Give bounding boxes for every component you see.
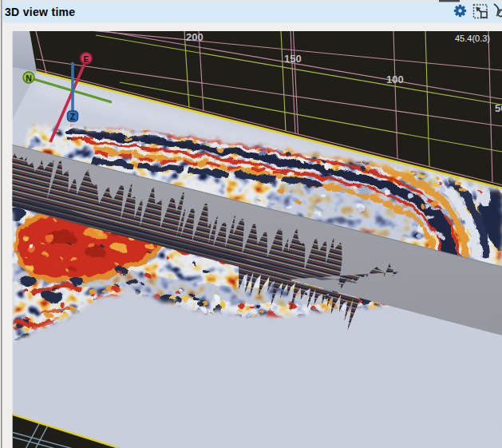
svg-text:Z: Z [70, 112, 76, 121]
svg-text:E: E [83, 54, 89, 64]
svg-text:N: N [26, 73, 32, 83]
svg-text:200: 200 [186, 31, 204, 43]
svg-text:100: 100 [386, 73, 404, 85]
svg-text:45.4(0.3): 45.4(0.3) [455, 34, 490, 43]
svg-text:3D view time: 3D view time [5, 6, 75, 18]
svg-text:150: 150 [284, 53, 302, 65]
